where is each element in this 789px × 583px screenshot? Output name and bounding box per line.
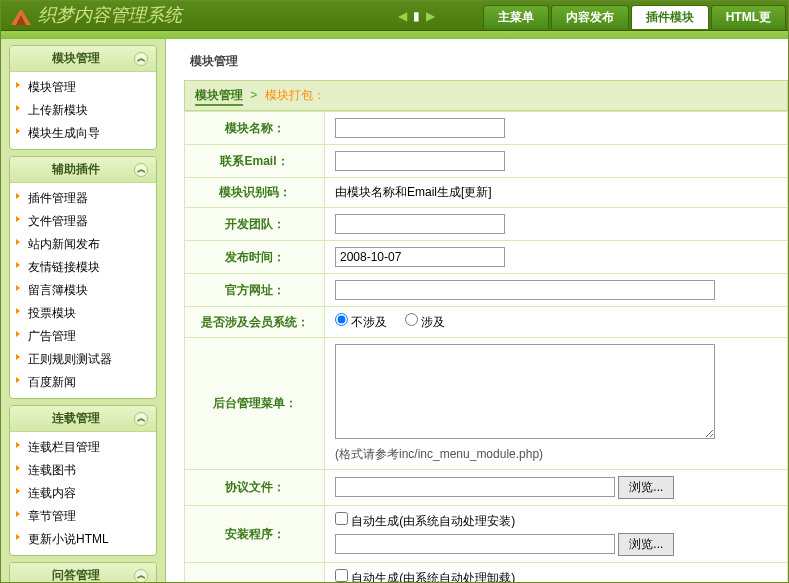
radio-no[interactable] <box>335 313 348 326</box>
nav-html[interactable]: HTML更 <box>711 5 786 29</box>
crumb-link[interactable]: 模块打包： <box>265 88 325 102</box>
lbl-uninstall: 删除程序： <box>185 563 325 583</box>
sidebar-item[interactable]: 模块生成向导 <box>10 122 156 145</box>
sidebar-item[interactable]: 连载图书 <box>10 459 156 482</box>
sidebar-item[interactable]: 百度新闻 <box>10 371 156 394</box>
form-table: 模块名称： 联系Email： 模块识别码： 由模块名称和Email生成[更新] … <box>184 111 788 582</box>
radio-no-label[interactable]: 不涉及 <box>335 315 387 329</box>
main-panel: 模块管理 模块管理 > 模块打包： 模块名称： 联系Email： 模块识别码： … <box>166 39 788 582</box>
top-nav: 主菜单 内容发布 插件模块 HTML更 <box>483 5 788 29</box>
sidebar-item[interactable]: 留言簿模块 <box>10 279 156 302</box>
lbl-name: 模块名称： <box>185 112 325 145</box>
chk-install[interactable] <box>335 512 348 525</box>
chk-uninstall[interactable] <box>335 569 348 582</box>
input-install[interactable] <box>335 534 615 554</box>
sidebar-item[interactable]: 连载栏目管理 <box>10 436 156 459</box>
sidebar-item[interactable]: 上传新模块 <box>10 99 156 122</box>
sidebar-item[interactable]: 广告管理 <box>10 325 156 348</box>
lbl-date: 发布时间： <box>185 241 325 274</box>
collapse-icon[interactable]: ︽ <box>134 163 148 177</box>
breadcrumb: 模块管理 > 模块打包： <box>184 80 788 111</box>
lbl-member: 是否涉及会员系统： <box>185 307 325 338</box>
sidebar-item[interactable]: 更新小说HTML <box>10 528 156 551</box>
input-email[interactable] <box>335 151 505 171</box>
browse-proto-button[interactable]: 浏览... <box>618 476 674 499</box>
sidebar: 模块管理︽ 模块管理 上传新模块 模块生成向导 辅助插件︽ 插件管理器 文件管理… <box>1 39 166 582</box>
sidebar-group-module: 模块管理︽ 模块管理 上传新模块 模块生成向导 <box>9 45 157 150</box>
browse-install-button[interactable]: 浏览... <box>618 533 674 556</box>
sidebar-group-title: 问答管理 <box>18 567 134 582</box>
lbl-site: 官方网址： <box>185 274 325 307</box>
input-site[interactable] <box>335 280 715 300</box>
crumb-sep: > <box>250 88 257 102</box>
ident-text: 由模块名称和Email生成[更新] <box>325 178 788 208</box>
radio-yes[interactable] <box>405 313 418 326</box>
sidebar-item[interactable]: 正则规则测试器 <box>10 348 156 371</box>
nav-main[interactable]: 主菜单 <box>483 5 549 29</box>
page-title: 模块管理 <box>184 39 788 80</box>
nav-plugin[interactable]: 插件模块 <box>631 5 709 29</box>
input-date[interactable] <box>335 247 505 267</box>
sidebar-item[interactable]: 文件管理器 <box>10 210 156 233</box>
sidebar-item[interactable]: 投票模块 <box>10 302 156 325</box>
nav-arrows[interactable]: ◀▮▶ <box>395 9 438 23</box>
sidebar-group-serial: 连载管理︽ 连载栏目管理 连载图书 连载内容 章节管理 更新小说HTML <box>9 405 157 556</box>
lbl-team: 开发团队： <box>185 208 325 241</box>
chk-uninstall-label[interactable]: 自动生成(由系统自动处理卸载) <box>335 571 515 582</box>
menu-hint: (格式请参考inc/inc_menu_module.php) <box>335 446 777 463</box>
sidebar-item[interactable]: 章节管理 <box>10 505 156 528</box>
lbl-ident: 模块识别码： <box>185 178 325 208</box>
nav-content[interactable]: 内容发布 <box>551 5 629 29</box>
lbl-proto: 协议文件： <box>185 470 325 506</box>
sidebar-item[interactable]: 模块管理 <box>10 76 156 99</box>
collapse-icon[interactable]: ︽ <box>134 52 148 66</box>
radio-yes-label[interactable]: 涉及 <box>405 315 445 329</box>
sidebar-item[interactable]: 站内新闻发布 <box>10 233 156 256</box>
sidebar-item[interactable]: 友情链接模块 <box>10 256 156 279</box>
logo: 织梦内容管理系统 <box>9 3 182 27</box>
sidebar-group-aux: 辅助插件︽ 插件管理器 文件管理器 站内新闻发布 友情链接模块 留言簿模块 投票… <box>9 156 157 399</box>
lbl-email: 联系Email： <box>185 145 325 178</box>
sidebar-item[interactable]: 连载内容 <box>10 482 156 505</box>
sidebar-group-qa: 问答管理︽ 栏目管理 <box>9 562 157 582</box>
lbl-install: 安装程序： <box>185 506 325 563</box>
collapse-icon[interactable]: ︽ <box>134 412 148 426</box>
top-bar: 织梦内容管理系统 ◀▮▶ 主菜单 内容发布 插件模块 HTML更 <box>1 1 788 31</box>
chk-install-label[interactable]: 自动生成(由系统自动处理安装) <box>335 514 515 528</box>
sidebar-group-title: 模块管理 <box>18 50 134 67</box>
textarea-menu[interactable] <box>335 344 715 439</box>
collapse-icon[interactable]: ︽ <box>134 569 148 583</box>
sidebar-item[interactable]: 插件管理器 <box>10 187 156 210</box>
sub-bar <box>1 31 788 39</box>
sidebar-group-title: 辅助插件 <box>18 161 134 178</box>
crumb-current: 模块管理 <box>195 88 243 106</box>
sidebar-group-title: 连载管理 <box>18 410 134 427</box>
input-proto[interactable] <box>335 477 615 497</box>
lbl-menu: 后台管理菜单： <box>185 338 325 470</box>
input-name[interactable] <box>335 118 505 138</box>
input-team[interactable] <box>335 214 505 234</box>
